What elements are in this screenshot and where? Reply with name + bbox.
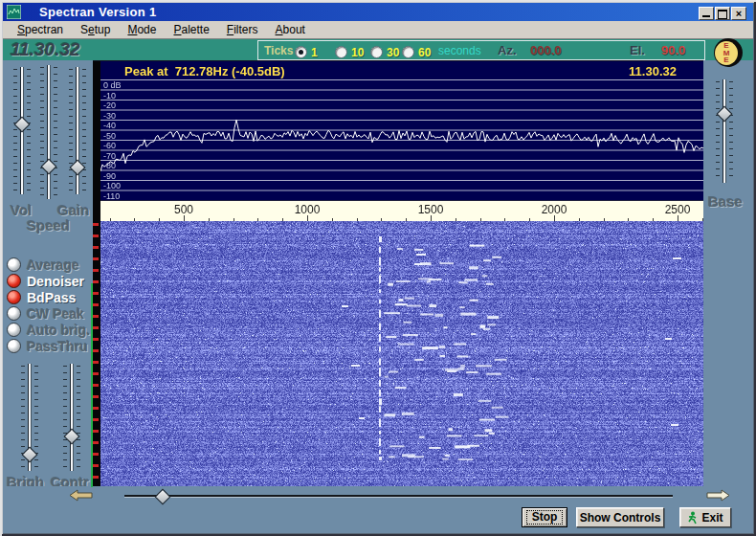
pan-slider[interactable] [124, 488, 673, 503]
slider-track[interactable] [723, 79, 725, 183]
exit-button-label: Exit [701, 511, 723, 525]
ticks-option-label: 60 [418, 46, 431, 59]
pan-slider-thumb[interactable] [155, 489, 171, 505]
ticks-option-10[interactable]: 10 [335, 43, 364, 56]
slider-ticks [27, 69, 31, 192]
db-axis-label: -10 [103, 91, 116, 100]
menu-item-about[interactable]: About [267, 22, 314, 37]
ticks-box: Ticks : 1103060 seconds Az. 000.0 El. 90… [257, 40, 705, 60]
ticks-radio-10[interactable] [335, 46, 347, 58]
led-indicator[interactable] [7, 274, 21, 288]
time-tick-strip [93, 61, 100, 487]
ticks-radio-1[interactable] [295, 46, 307, 58]
title-bar: Spectran Version 1 × [3, 3, 753, 21]
eme-moon-icon: EME [715, 41, 738, 65]
menu-item-filters[interactable]: Filters [218, 22, 267, 37]
display-area: Peak at 712.78Hz (-40.5dB) 11.30.32 0 dB… [93, 60, 703, 487]
eme-logo-text: EME [715, 42, 738, 64]
slider-ticks [716, 81, 720, 181]
azimuth-value: 000.0 [530, 43, 562, 57]
ticks-option-60[interactable]: 60 [402, 43, 431, 56]
waterfall-display [100, 221, 703, 487]
led-indicator[interactable] [7, 290, 21, 304]
slider-ticks [63, 366, 67, 469]
pan-left-button[interactable] [69, 488, 94, 502]
brigh-slider[interactable] [21, 364, 38, 471]
slider-ticks [82, 69, 86, 192]
show-controls-button[interactable]: Show Controls [576, 507, 664, 527]
left-arrow-icon [69, 488, 94, 502]
exit-button[interactable]: Exit [679, 507, 731, 527]
menu-item-setup[interactable]: Setup [72, 22, 119, 37]
eme-logo: EME [714, 38, 743, 67]
pan-right-button[interactable] [705, 488, 730, 502]
menu-bar: SpectranSetupModePaletteFiltersAbout [3, 21, 753, 39]
stop-button[interactable]: Stop [522, 507, 567, 527]
freq-axis-label: 500 [163, 203, 205, 216]
led-indicator[interactable] [7, 306, 21, 321]
minimize-button[interactable] [699, 7, 714, 20]
slider-ticks [69, 69, 73, 192]
slider-ticks [40, 67, 44, 197]
top-strip: 11.30.32 Ticks : 1103060 seconds Az. 000… [3, 39, 753, 60]
vol-label: Vol [11, 202, 32, 218]
ticks-option-30[interactable]: 30 [370, 43, 399, 56]
ticks-option-label: 10 [351, 46, 364, 59]
slider-ticks [54, 67, 57, 197]
menu-item-mode[interactable]: Mode [119, 22, 165, 37]
app-window: Spectran Version 1 × SpectranSetupModePa… [0, 0, 756, 536]
ticks-option-1[interactable]: 1 [295, 43, 318, 56]
ticks-option-label: 1 [311, 46, 318, 59]
db-axis-label: -80 [103, 161, 116, 170]
slider-track[interactable] [48, 65, 50, 199]
menu-item-spectran[interactable]: Spectran [9, 22, 72, 37]
db-axis-label: -70 [103, 151, 116, 161]
maximize-button[interactable] [715, 7, 730, 20]
ticks-radio-60[interactable] [402, 46, 414, 58]
toggle-average[interactable]: Average [7, 256, 79, 271]
slider-track[interactable] [71, 364, 73, 471]
gain-label: Gain [57, 202, 89, 218]
azimuth-label: Az. [498, 43, 517, 57]
elevation-label: El. [630, 43, 645, 57]
stop-button-label: Stop [527, 511, 563, 524]
close-icon: × [732, 8, 745, 19]
led-indicator[interactable] [7, 339, 21, 353]
toggle-label: PassThru [27, 339, 88, 354]
left-control-panel: Vol Gain Speed AverageDenoiserBdPassCW P… [3, 60, 93, 533]
freq-axis-label: 1000 [286, 203, 328, 216]
pan-slider-track[interactable] [124, 495, 673, 497]
app-icon [7, 5, 21, 19]
toggle-label: Auto brig. [27, 323, 90, 338]
contr-slider[interactable] [63, 364, 80, 471]
db-axis-label: -60 [103, 141, 116, 150]
ticks-radio-30[interactable] [370, 46, 383, 58]
toggle-auto-brig[interactable]: Auto brig. [7, 321, 90, 336]
speed-slider[interactable] [40, 65, 57, 199]
db-axis-label: -20 [103, 100, 116, 110]
gain-slider[interactable] [69, 67, 86, 194]
close-button[interactable]: × [731, 7, 746, 20]
toggle-denoiser[interactable]: Denoiser [7, 272, 84, 287]
freq-axis-label: 2500 [656, 203, 699, 216]
right-control-panel: Base [703, 60, 753, 486]
window-title: Spectran Version 1 [39, 5, 156, 19]
slider-ticks [729, 81, 733, 181]
db-axis-label: -30 [103, 111, 116, 121]
toggle-label: Average [27, 257, 79, 273]
show-controls-label: Show Controls [580, 511, 661, 525]
toggle-cw-peak[interactable]: CW Peak [7, 304, 84, 320]
vol-slider[interactable] [13, 67, 31, 194]
peak-readout: Peak at 712.78Hz (-40.5dB) [124, 64, 285, 78]
led-indicator[interactable] [7, 323, 21, 337]
clock-display: 11.30.32 [11, 39, 80, 60]
base-slider[interactable] [716, 79, 733, 183]
menu-item-palette[interactable]: Palette [165, 22, 217, 37]
speed-label: Speed [27, 217, 70, 234]
frequency-scale: 5001000150020002500 [100, 200, 703, 222]
led-indicator[interactable] [7, 257, 21, 272]
running-man-icon [687, 511, 698, 525]
toggle-bdpass[interactable]: BdPass [7, 288, 76, 303]
time-tick-marks [93, 223, 99, 487]
toggle-passthru[interactable]: PassThru [7, 337, 88, 352]
